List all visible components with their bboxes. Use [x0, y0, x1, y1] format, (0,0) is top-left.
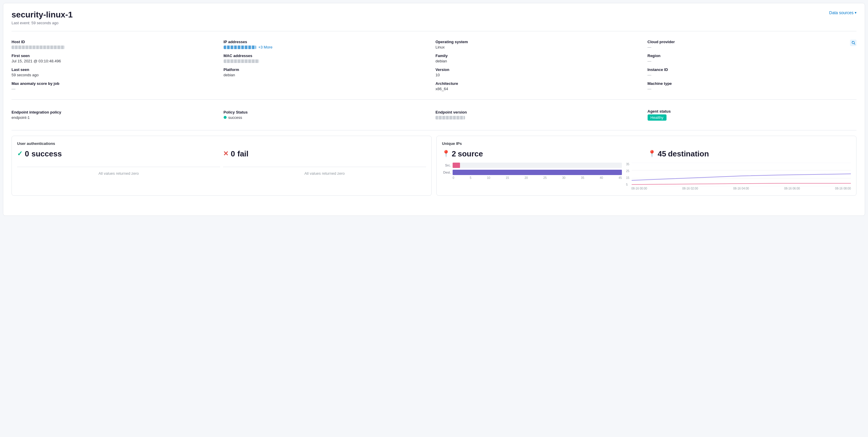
- ep-status-value: success: [224, 115, 433, 120]
- ep-status-label: Policy Status: [224, 110, 433, 114]
- y-5: 5: [626, 183, 629, 186]
- dest-ip-stat: 📍 45 destination: [648, 149, 851, 158]
- axis-40: 40: [600, 176, 603, 179]
- check-icon: ✓: [17, 150, 23, 157]
- bar-dest-label: Dest.: [442, 171, 451, 174]
- version-value: 10: [435, 73, 645, 77]
- instance-field: Instance ID —: [648, 67, 857, 77]
- ep-policy-value: endpoint-1: [11, 115, 221, 120]
- machine-field: Machine type —: [648, 81, 857, 91]
- col-2: IP addresses +3 More MAC addresses Platf…: [224, 39, 433, 91]
- page-header: security-linux-1 Last event: 59 seconds …: [11, 10, 857, 25]
- auth-fail-stat: ✕ 0 fail: [223, 149, 426, 158]
- agent-healthy-badge: Healthy: [648, 114, 666, 121]
- axis-0: 0: [453, 176, 454, 179]
- y-35: 35: [626, 163, 629, 166]
- auth-success-count: 0: [25, 149, 29, 158]
- axis-15: 15: [506, 176, 509, 179]
- source-label: source: [458, 149, 483, 158]
- line-chart-svg: [632, 163, 851, 186]
- source-ip-stat: 📍 2 source: [442, 149, 645, 158]
- last-seen-value: 59 seconds ago: [11, 73, 221, 77]
- anomaly-value: —: [11, 87, 221, 91]
- family-value: debian: [435, 59, 645, 63]
- page-title: security-linux-1: [11, 10, 73, 20]
- machine-label: Machine type: [648, 81, 857, 86]
- y-15: 15: [626, 176, 629, 179]
- x-label-1: 08-16 02:00: [682, 187, 698, 190]
- mac-redacted: [224, 59, 259, 63]
- arch-field: Architecture x86_64: [435, 81, 645, 91]
- dest-label: destination: [668, 149, 709, 158]
- version-label: Version: [435, 67, 645, 72]
- pin-source-icon: 📍: [442, 150, 450, 157]
- axis-5: 5: [470, 176, 471, 179]
- dest-count: 45: [658, 149, 666, 158]
- mac-label: MAC addresses: [224, 54, 433, 58]
- cloud-field: Cloud provider —: [648, 39, 857, 49]
- bar-src-label: Src.: [442, 164, 451, 167]
- ip-chart-area: Src. Dest. 0: [442, 163, 851, 190]
- data-sources-button[interactable]: Data sources ▾: [829, 10, 857, 15]
- auth-fail-count: 0: [231, 149, 235, 158]
- ep-policy-label: Endpoint integration policy: [11, 110, 221, 114]
- auth-zero-success-msg: All values returned zero: [17, 167, 220, 176]
- version-field: Version 10: [435, 67, 645, 77]
- axis-35: 35: [581, 176, 584, 179]
- cloud-search-icon[interactable]: [850, 39, 857, 47]
- pin-dest-icon: 📍: [648, 150, 656, 157]
- agent-status-label: Agent status: [648, 109, 857, 114]
- policy-status-text: success: [228, 115, 242, 120]
- host-id-field: Host ID: [11, 39, 221, 49]
- platform-label: Platform: [224, 67, 433, 72]
- first-seen-value: Jul 15, 2021 @ 03:10:48.496: [11, 59, 221, 63]
- instance-label: Instance ID: [648, 67, 857, 72]
- ip-redacted: [224, 46, 256, 49]
- bar-bg-dest: [453, 170, 622, 175]
- auth-grid: ✓ 0 success ✕ 0 fail All values returned…: [17, 149, 426, 176]
- ip-stats-grid: 📍 2 source 📍 45 destination: [442, 149, 851, 158]
- last-event: Last event: 59 seconds ago: [11, 21, 73, 25]
- user-auth-panel: User authentications ✓ 0 success ✕ 0 fai…: [11, 136, 432, 196]
- axis-30: 30: [562, 176, 565, 179]
- host-id-label: Host ID: [11, 39, 221, 44]
- family-label: Family: [435, 54, 645, 58]
- region-field: Region —: [648, 54, 857, 63]
- ep-version-field: Endpoint version: [435, 110, 645, 120]
- unique-ips-title: Unique IPs: [442, 141, 851, 146]
- svg-rect-0: [850, 39, 857, 46]
- host-id-value: [11, 45, 221, 49]
- x-label-2: 08-16 04:00: [733, 187, 749, 190]
- axis-20: 20: [524, 176, 528, 179]
- line-chart: 35 25 15 5: [626, 163, 851, 190]
- main-page: security-linux-1 Last event: 59 seconds …: [3, 3, 865, 216]
- family-field: Family debian: [435, 54, 645, 63]
- arch-value: x86_64: [435, 87, 645, 91]
- host-info-grid: Host ID First seen Jul 15, 2021 @ 03:10:…: [11, 37, 857, 94]
- agent-status-field: Agent status Healthy: [648, 109, 857, 121]
- bar-x-axis: 0 5 10 15 20 25 30 35 40 45: [442, 176, 622, 179]
- y-25: 25: [626, 169, 629, 173]
- col-3: Operating system Linux Family debian Ver…: [435, 39, 645, 91]
- bar-chart-inner: Src. Dest.: [442, 163, 622, 175]
- x-label-4: 08-16 08:00: [835, 187, 851, 190]
- ep-version-value: [435, 115, 645, 120]
- chevron-down-icon: ▾: [855, 11, 857, 15]
- arch-label: Architecture: [435, 81, 645, 86]
- ip-more[interactable]: +3 More: [258, 45, 272, 49]
- ep-version-label: Endpoint version: [435, 110, 645, 114]
- cloud-value: —: [648, 45, 857, 49]
- first-seen-label: First seen: [11, 54, 221, 58]
- host-id-redacted: [11, 46, 65, 49]
- endpoint-divider: [11, 130, 857, 130]
- os-label: Operating system: [435, 39, 645, 44]
- last-seen-label: Last seen: [11, 67, 221, 72]
- bottom-panels: User authentications ✓ 0 success ✕ 0 fai…: [11, 136, 857, 196]
- ip-label: IP addresses: [224, 39, 433, 44]
- bar-row-dest: Dest.: [442, 170, 622, 175]
- axis-45: 45: [619, 176, 622, 179]
- col-1: Host ID First seen Jul 15, 2021 @ 03:10:…: [11, 39, 221, 91]
- platform-value: debian: [224, 73, 433, 77]
- header-divider: [11, 31, 857, 31]
- source-count: 2: [452, 149, 456, 158]
